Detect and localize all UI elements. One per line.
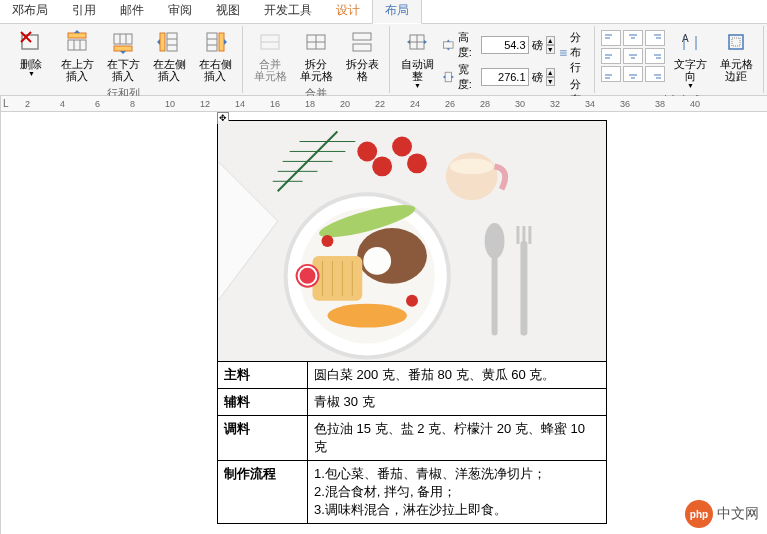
tab-table-layout[interactable]: 布局 [372, 0, 422, 24]
svg-marker-33 [407, 40, 410, 44]
align-bot-left[interactable] [601, 66, 621, 82]
svg-marker-34 [424, 40, 427, 44]
table-row[interactable]: 辅料 青椒 30 克 [218, 389, 607, 416]
image-cell[interactable] [218, 121, 607, 362]
svg-rect-69 [732, 38, 740, 46]
width-down[interactable]: ▼ [546, 77, 556, 86]
align-top-left[interactable] [601, 30, 621, 46]
insert-below-button[interactable]: 在下方插入 [102, 26, 144, 84]
svg-text:A: A [682, 33, 689, 44]
svg-point-90 [407, 153, 427, 173]
tab-mail[interactable]: 邮件 [108, 0, 156, 23]
cell-label-process[interactable]: 制作流程 [218, 461, 308, 524]
watermark-text: 中文网 [717, 505, 759, 523]
insert-below-icon [109, 28, 137, 56]
width-unit: 磅 [532, 70, 543, 85]
merge-cells-button[interactable]: 合并 单元格 [249, 26, 291, 84]
main-area: L 246810121416182022242628303234363840 ✥ [1, 96, 767, 534]
insert-left-label: 在左侧插入 [152, 58, 186, 82]
table-row[interactable]: 调料 色拉油 15 克、盐 2 克、柠檬汁 20 克、蜂蜜 10 克 [218, 416, 607, 461]
align-top-right[interactable] [645, 30, 665, 46]
align-mid-right[interactable] [645, 48, 665, 64]
align-bot-right[interactable] [645, 66, 665, 82]
tab-reference[interactable]: 引用 [60, 0, 108, 23]
row-height-icon [442, 37, 455, 53]
split-cells-label: 拆分 单元格 [300, 58, 333, 82]
delete-label: 删除 [20, 58, 42, 70]
chevron-down-icon: ▼ [414, 82, 421, 89]
document-table[interactable]: 主料 圆白菜 200 克、番茄 80 克、黄瓜 60 克。 辅料 青椒 30 克… [217, 120, 607, 524]
svg-rect-96 [313, 256, 363, 301]
text-direction-button[interactable]: A 文字方向 ▼ [669, 26, 711, 91]
cell-value-aux[interactable]: 青椒 30 克 [308, 389, 607, 416]
height-unit: 磅 [532, 38, 543, 53]
tab-devtools[interactable]: 开发工具 [252, 0, 324, 23]
tab-design[interactable]: 设计 [324, 0, 372, 23]
svg-rect-35 [444, 42, 454, 48]
insert-right-button[interactable]: 在右侧插入 [194, 26, 236, 84]
tab-layout-doc[interactable]: 邓布局 [0, 0, 60, 23]
svg-marker-7 [74, 30, 80, 33]
svg-rect-38 [445, 72, 451, 82]
tab-view[interactable]: 视图 [204, 0, 252, 23]
svg-point-107 [321, 235, 333, 247]
svg-marker-40 [452, 75, 454, 78]
svg-point-106 [327, 304, 407, 328]
cell-value-seasoning[interactable]: 色拉油 15 克、盐 2 克、柠檬汁 20 克、蜂蜜 10 克 [308, 416, 607, 461]
table-row[interactable]: 主料 圆白菜 200 克、番茄 80 克、黄瓜 60 克。 [218, 362, 607, 389]
distribute-rows-button[interactable]: 分布行 [559, 30, 588, 75]
svg-point-109 [485, 223, 505, 259]
cell-value-main[interactable]: 圆白菜 200 克、番茄 80 克、黄瓜 60 克。 [308, 362, 607, 389]
insert-below-label: 在下方插入 [106, 58, 140, 82]
svg-marker-37 [447, 48, 450, 50]
svg-point-104 [300, 268, 316, 284]
cell-label-aux[interactable]: 辅料 [218, 389, 308, 416]
tab-review[interactable]: 审阅 [156, 0, 204, 23]
autofit-button[interactable]: 自动调整 ▼ [396, 26, 438, 91]
insert-right-icon [201, 28, 229, 56]
cell-margins-label: 单元格 边距 [720, 58, 753, 82]
insert-above-label: 在上方插入 [60, 58, 94, 82]
table-row[interactable]: 制作流程 1.包心菜、番茄、青椒、洋葱洗净切片； 2.混合食材, 拌匀, 备用；… [218, 461, 607, 524]
cell-margins-button[interactable]: 单元格 边距 [715, 26, 757, 84]
cell-label-main[interactable]: 主料 [218, 362, 308, 389]
col-width-icon [442, 69, 455, 85]
split-table-button[interactable]: 拆分表格 [341, 26, 383, 84]
height-spinner: ▲ ▼ [546, 36, 556, 54]
height-down[interactable]: ▼ [546, 45, 556, 54]
cell-value-process[interactable]: 1.包心菜、番茄、青椒、洋葱洗净切片； 2.混合食材, 拌匀, 备用； 3.调味… [308, 461, 607, 524]
svg-rect-114 [520, 241, 527, 336]
svg-rect-16 [160, 33, 165, 51]
align-mid-left[interactable] [601, 48, 621, 64]
height-up[interactable]: ▲ [546, 36, 556, 45]
horizontal-ruler[interactable]: L 246810121416182022242628303234363840 [1, 96, 767, 112]
svg-point-87 [357, 142, 377, 162]
svg-rect-21 [219, 33, 224, 51]
page-canvas[interactable]: ✥ [1, 112, 767, 534]
text-direction-icon: A [676, 28, 704, 56]
alignment-grid [601, 26, 665, 82]
insert-left-button[interactable]: 在左侧插入 [148, 26, 190, 84]
svg-point-108 [406, 295, 418, 307]
delete-button[interactable]: 删除 ▼ [10, 26, 52, 79]
insert-above-button[interactable]: 在上方插入 [56, 26, 98, 84]
height-input[interactable] [481, 36, 529, 54]
width-input[interactable] [481, 68, 529, 86]
svg-rect-11 [114, 46, 132, 51]
width-up[interactable]: ▲ [546, 68, 556, 77]
split-table-icon [348, 28, 376, 56]
svg-rect-111 [516, 226, 519, 244]
svg-rect-110 [492, 256, 498, 336]
cell-label-seasoning[interactable]: 调料 [218, 416, 308, 461]
svg-rect-68 [729, 35, 743, 49]
svg-point-88 [372, 156, 392, 176]
align-mid-center[interactable] [623, 48, 643, 64]
distribute-rows-icon [559, 45, 568, 61]
align-bot-center[interactable] [623, 66, 643, 82]
split-cells-button[interactable]: 拆分 单元格 [295, 26, 337, 84]
split-cells-icon [302, 28, 330, 56]
align-top-center[interactable] [623, 30, 643, 46]
insert-above-icon [63, 28, 91, 56]
svg-marker-36 [447, 39, 450, 41]
cell-margins-icon [722, 28, 750, 56]
